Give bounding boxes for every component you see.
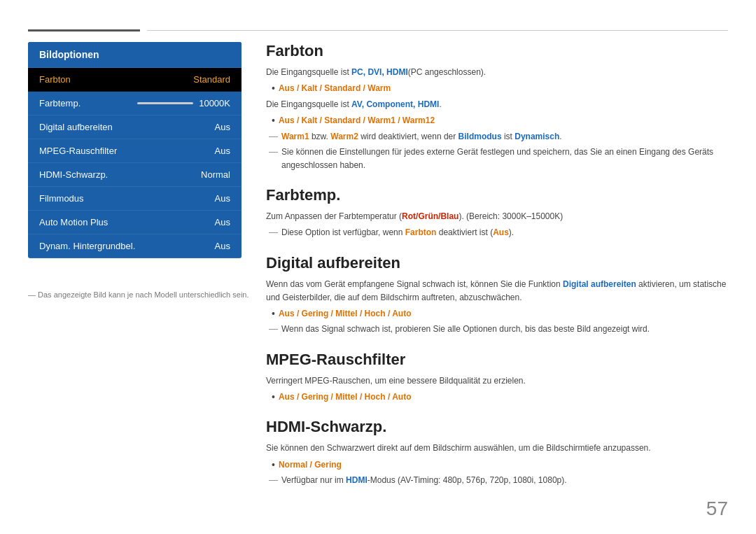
sidebar-note: — Das angezeigte Bild kann je nach Model… <box>28 290 249 299</box>
digital-bullet1: • Aus / Gering / Mittel / Hoch / Auto <box>272 307 728 321</box>
farbtemp-slider <box>137 102 193 104</box>
sidebar-item-mpeg[interactable]: MPEG-Rauschfilter Aus <box>28 139 241 163</box>
sidebar-item-mpeg-label: MPEG-Rauschfilter <box>39 146 117 156</box>
section-farbtemp: Farbtemp. Zum Anpassen der Farbtemperatu… <box>266 186 728 239</box>
sidebar-item-farbton[interactable]: Farbton Standard <box>28 68 241 92</box>
section-farbton: Farbton Die Eingangsquelle ist PC, DVI, … <box>266 42 728 172</box>
sidebar-item-digital-label: Digital aufbereiten <box>39 122 113 132</box>
sidebar-item-farbtemp[interactable]: Farbtemp. 10000K <box>28 92 241 115</box>
digital-title: Digital aufbereiten <box>266 254 728 272</box>
hdmi-bullet1: • Normal / Gering <box>272 458 728 472</box>
farbton-bullet1: • Aus / Kalt / Standard / Warm <box>272 82 728 96</box>
section-digital: Digital aufbereiten Wenn das vom Gerät e… <box>266 254 728 337</box>
sidebar-item-hdmi-value: Normal <box>201 169 230 180</box>
sidebar: Bildoptionen Farbton Standard Farbtemp. … <box>28 42 241 258</box>
section-hdmi: HDMI-Schwarzp. Sie können den Schwarzwer… <box>266 418 728 487</box>
sidebar-item-film[interactable]: Filmmodus Aus <box>28 187 241 211</box>
top-line-light <box>147 30 728 31</box>
farbton-intro2: Die Eingangsquelle ist AV, Component, HD… <box>266 98 728 111</box>
section-mpeg: MPEG-Rauschfilter Verringert MPEG-Rausch… <box>266 351 728 405</box>
sidebar-item-mpeg-value: Aus <box>215 146 230 156</box>
sidebar-item-dynam-label: Dynam. Hintergrundbel. <box>39 241 135 251</box>
digital-text1: Wenn das vom Gerät empfangene Signal sch… <box>266 278 728 304</box>
top-decoration <box>28 29 728 31</box>
farbton-dash2: — Sie können die Einstellungen für jedes… <box>269 146 728 172</box>
sidebar-item-digital-value: Aus <box>215 122 230 132</box>
sidebar-item-automotion[interactable]: Auto Motion Plus Aus <box>28 211 241 234</box>
top-line-dark <box>28 29 140 31</box>
page-number: 57 <box>706 498 728 520</box>
farbtemp-dash1: — Diese Option ist verfügbar, wenn Farbt… <box>269 226 728 239</box>
farbton-title: Farbton <box>266 42 728 60</box>
sidebar-title: Bildoptionen <box>28 42 241 68</box>
mpeg-title: MPEG-Rauschfilter <box>266 351 728 369</box>
digital-dash1: — Wenn das Signal schwach ist, probieren… <box>269 323 728 336</box>
farbton-dash1: — Warm1 bzw. Warm2 wird deaktiviert, wen… <box>269 130 728 143</box>
farbton-intro: Die Eingangsquelle ist PC, DVI, HDMI(PC … <box>266 66 728 79</box>
sidebar-item-automotion-label: Auto Motion Plus <box>39 217 108 227</box>
sidebar-item-farbton-value: Standard <box>193 74 230 85</box>
hdmi-dash1: — Verfügbar nur im HDMI-Modus (AV-Timing… <box>269 474 728 487</box>
sidebar-item-dynam[interactable]: Dynam. Hintergrundbel. Aus <box>28 234 241 258</box>
hdmi-text1: Sie können den Schwarzwert direkt auf de… <box>266 442 728 455</box>
mpeg-text1: Verringert MPEG-Rauschen, um eine besser… <box>266 374 728 388</box>
sidebar-item-farbtemp-label: Farbtemp. <box>39 98 80 108</box>
sidebar-item-hdmi[interactable]: HDMI-Schwarzp. Normal <box>28 163 241 187</box>
farbton-intro2-highlight: AV, Component, HDMI <box>351 99 439 109</box>
farbton-bullet2: • Aus / Kalt / Standard / Warm1 / Warm12 <box>272 114 728 128</box>
farbtemp-title: Farbtemp. <box>266 186 728 204</box>
sidebar-item-dynam-value: Aus <box>215 241 230 251</box>
farbtemp-text1: Zum Anpassen der Farbtemperatur (Rot/Grü… <box>266 210 728 223</box>
sidebar-item-hdmi-label: HDMI-Schwarzp. <box>39 169 108 180</box>
mpeg-bullet1: • Aus / Gering / Mittel / Hoch / Auto <box>272 391 728 405</box>
sidebar-item-film-label: Filmmodus <box>39 193 84 204</box>
main-content: Farbton Die Eingangsquelle ist PC, DVI, … <box>266 42 728 506</box>
sidebar-item-digital[interactable]: Digital aufbereiten Aus <box>28 115 241 139</box>
farbton-intro-highlight: PC, DVI, HDMI <box>351 67 408 77</box>
sidebar-item-automotion-value: Aus <box>215 217 230 227</box>
sidebar-item-farbton-label: Farbton <box>39 74 71 85</box>
sidebar-item-film-value: Aus <box>215 193 230 204</box>
sidebar-item-farbtemp-value: 10000K <box>137 98 230 108</box>
hdmi-title: HDMI-Schwarzp. <box>266 418 728 436</box>
